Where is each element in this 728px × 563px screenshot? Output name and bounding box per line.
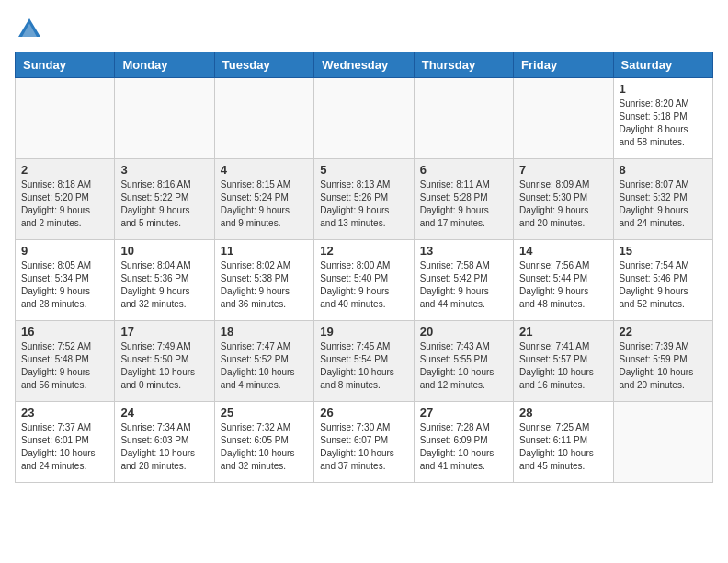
calendar-day-cell: 25Sunrise: 7:32 AM Sunset: 6:05 PM Dayli… xyxy=(214,402,313,483)
calendar-day-cell xyxy=(214,78,313,159)
day-info: Sunrise: 8:15 AM Sunset: 5:24 PM Dayligh… xyxy=(221,178,308,230)
day-number: 17 xyxy=(120,325,208,339)
day-info: Sunrise: 7:52 AM Sunset: 5:48 PM Dayligh… xyxy=(21,340,108,392)
day-info: Sunrise: 7:28 AM Sunset: 6:09 PM Dayligh… xyxy=(420,421,507,473)
calendar-day-cell: 20Sunrise: 7:43 AM Sunset: 5:55 PM Dayli… xyxy=(414,321,513,402)
day-number: 12 xyxy=(320,244,407,258)
calendar-day-cell xyxy=(613,402,712,483)
calendar-day-cell: 3Sunrise: 8:16 AM Sunset: 5:22 PM Daylig… xyxy=(115,159,214,240)
day-number: 15 xyxy=(620,244,707,258)
day-number: 19 xyxy=(320,325,407,339)
calendar-day-cell: 14Sunrise: 7:56 AM Sunset: 5:44 PM Dayli… xyxy=(514,240,613,321)
day-info: Sunrise: 7:39 AM Sunset: 5:59 PM Dayligh… xyxy=(620,340,707,392)
day-info: Sunrise: 8:16 AM Sunset: 5:22 PM Dayligh… xyxy=(120,178,208,230)
day-number: 28 xyxy=(519,406,607,419)
day-info: Sunrise: 7:30 AM Sunset: 6:07 PM Dayligh… xyxy=(320,421,407,473)
calendar-day-cell: 16Sunrise: 7:52 AM Sunset: 5:48 PM Dayli… xyxy=(16,321,115,402)
day-info: Sunrise: 7:58 AM Sunset: 5:42 PM Dayligh… xyxy=(420,259,507,311)
day-info: Sunrise: 7:32 AM Sunset: 6:05 PM Dayligh… xyxy=(221,421,308,473)
day-info: Sunrise: 8:11 AM Sunset: 5:28 PM Dayligh… xyxy=(420,178,507,230)
day-number: 2 xyxy=(21,163,108,177)
calendar-week-row: 16Sunrise: 7:52 AM Sunset: 5:48 PM Dayli… xyxy=(16,321,713,402)
calendar-day-cell: 23Sunrise: 7:37 AM Sunset: 6:01 PM Dayli… xyxy=(16,402,115,483)
day-number: 16 xyxy=(21,325,108,339)
calendar-day-cell: 9Sunrise: 8:05 AM Sunset: 5:34 PM Daylig… xyxy=(16,240,115,321)
calendar-day-cell: 5Sunrise: 8:13 AM Sunset: 5:26 PM Daylig… xyxy=(314,159,414,240)
calendar-day-cell: 15Sunrise: 7:54 AM Sunset: 5:46 PM Dayli… xyxy=(613,240,712,321)
page-header xyxy=(15,15,713,44)
day-info: Sunrise: 8:20 AM Sunset: 5:18 PM Dayligh… xyxy=(620,98,707,149)
day-number: 4 xyxy=(221,163,308,177)
calendar-day-cell: 18Sunrise: 7:47 AM Sunset: 5:52 PM Dayli… xyxy=(214,321,313,402)
day-info: Sunrise: 8:04 AM Sunset: 5:36 PM Dayligh… xyxy=(120,259,208,311)
calendar-day-cell: 24Sunrise: 7:34 AM Sunset: 6:03 PM Dayli… xyxy=(115,402,214,483)
calendar-day-cell: 6Sunrise: 8:11 AM Sunset: 5:28 PM Daylig… xyxy=(414,159,513,240)
day-number: 18 xyxy=(221,325,308,339)
day-number: 25 xyxy=(221,406,308,419)
day-number: 26 xyxy=(320,406,407,419)
calendar-day-cell: 1Sunrise: 8:20 AM Sunset: 5:18 PM Daylig… xyxy=(613,78,712,159)
logo-icon xyxy=(15,15,44,44)
day-number: 13 xyxy=(420,244,507,258)
calendar-day-cell: 8Sunrise: 8:07 AM Sunset: 5:32 PM Daylig… xyxy=(613,159,712,240)
day-number: 24 xyxy=(120,406,208,419)
calendar-day-cell xyxy=(314,78,414,159)
calendar-week-row: 23Sunrise: 7:37 AM Sunset: 6:01 PM Dayli… xyxy=(16,402,713,483)
logo xyxy=(15,15,48,44)
day-number: 6 xyxy=(420,163,507,177)
day-number: 10 xyxy=(120,244,208,258)
calendar-header-thursday: Thursday xyxy=(414,52,513,78)
day-info: Sunrise: 7:25 AM Sunset: 6:11 PM Dayligh… xyxy=(519,421,607,473)
calendar-day-cell: 21Sunrise: 7:41 AM Sunset: 5:57 PM Dayli… xyxy=(514,321,613,402)
calendar-day-cell: 19Sunrise: 7:45 AM Sunset: 5:54 PM Dayli… xyxy=(314,321,414,402)
day-number: 7 xyxy=(519,163,607,177)
calendar-day-cell xyxy=(115,78,214,159)
day-number: 8 xyxy=(620,163,707,177)
calendar-day-cell: 28Sunrise: 7:25 AM Sunset: 6:11 PM Dayli… xyxy=(514,402,613,483)
calendar-day-cell: 17Sunrise: 7:49 AM Sunset: 5:50 PM Dayli… xyxy=(115,321,214,402)
calendar-day-cell: 7Sunrise: 8:09 AM Sunset: 5:30 PM Daylig… xyxy=(514,159,613,240)
calendar-day-cell: 27Sunrise: 7:28 AM Sunset: 6:09 PM Dayli… xyxy=(414,402,513,483)
calendar-day-cell xyxy=(16,78,115,159)
calendar-day-cell: 2Sunrise: 8:18 AM Sunset: 5:20 PM Daylig… xyxy=(16,159,115,240)
day-info: Sunrise: 7:47 AM Sunset: 5:52 PM Dayligh… xyxy=(221,340,308,392)
calendar-day-cell: 13Sunrise: 7:58 AM Sunset: 5:42 PM Dayli… xyxy=(414,240,513,321)
day-info: Sunrise: 7:54 AM Sunset: 5:46 PM Dayligh… xyxy=(620,259,707,311)
day-info: Sunrise: 8:18 AM Sunset: 5:20 PM Dayligh… xyxy=(21,178,108,230)
calendar-day-cell: 22Sunrise: 7:39 AM Sunset: 5:59 PM Dayli… xyxy=(613,321,712,402)
day-info: Sunrise: 7:49 AM Sunset: 5:50 PM Dayligh… xyxy=(120,340,208,392)
calendar-day-cell xyxy=(514,78,613,159)
day-info: Sunrise: 8:09 AM Sunset: 5:30 PM Dayligh… xyxy=(519,178,607,230)
calendar-week-row: 1Sunrise: 8:20 AM Sunset: 5:18 PM Daylig… xyxy=(16,78,713,159)
day-info: Sunrise: 7:56 AM Sunset: 5:44 PM Dayligh… xyxy=(519,259,607,311)
calendar-day-cell: 10Sunrise: 8:04 AM Sunset: 5:36 PM Dayli… xyxy=(115,240,214,321)
calendar-day-cell: 11Sunrise: 8:02 AM Sunset: 5:38 PM Dayli… xyxy=(214,240,313,321)
calendar-table: SundayMondayTuesdayWednesdayThursdayFrid… xyxy=(15,52,713,483)
calendar-header-friday: Friday xyxy=(514,52,613,78)
day-number: 20 xyxy=(420,325,507,339)
calendar-day-cell xyxy=(414,78,513,159)
day-number: 23 xyxy=(21,406,108,419)
calendar-header-tuesday: Tuesday xyxy=(214,52,313,78)
day-info: Sunrise: 7:37 AM Sunset: 6:01 PM Dayligh… xyxy=(21,421,108,473)
day-number: 21 xyxy=(519,325,607,339)
calendar-header-saturday: Saturday xyxy=(613,52,712,78)
calendar-day-cell: 12Sunrise: 8:00 AM Sunset: 5:40 PM Dayli… xyxy=(314,240,414,321)
calendar-week-row: 9Sunrise: 8:05 AM Sunset: 5:34 PM Daylig… xyxy=(16,240,713,321)
calendar-header-sunday: Sunday xyxy=(16,52,115,78)
calendar-header-wednesday: Wednesday xyxy=(314,52,414,78)
day-number: 11 xyxy=(221,244,308,258)
calendar-header-monday: Monday xyxy=(115,52,214,78)
day-info: Sunrise: 8:02 AM Sunset: 5:38 PM Dayligh… xyxy=(221,259,308,311)
calendar-header-row: SundayMondayTuesdayWednesdayThursdayFrid… xyxy=(16,52,713,78)
day-info: Sunrise: 7:34 AM Sunset: 6:03 PM Dayligh… xyxy=(120,421,208,473)
day-info: Sunrise: 8:13 AM Sunset: 5:26 PM Dayligh… xyxy=(320,178,407,230)
day-info: Sunrise: 8:00 AM Sunset: 5:40 PM Dayligh… xyxy=(320,259,407,311)
day-info: Sunrise: 8:07 AM Sunset: 5:32 PM Dayligh… xyxy=(620,178,707,230)
day-info: Sunrise: 7:45 AM Sunset: 5:54 PM Dayligh… xyxy=(320,340,407,392)
day-info: Sunrise: 7:41 AM Sunset: 5:57 PM Dayligh… xyxy=(519,340,607,392)
day-number: 14 xyxy=(519,244,607,258)
day-number: 9 xyxy=(21,244,108,258)
day-number: 22 xyxy=(620,325,707,339)
calendar-day-cell: 26Sunrise: 7:30 AM Sunset: 6:07 PM Dayli… xyxy=(314,402,414,483)
